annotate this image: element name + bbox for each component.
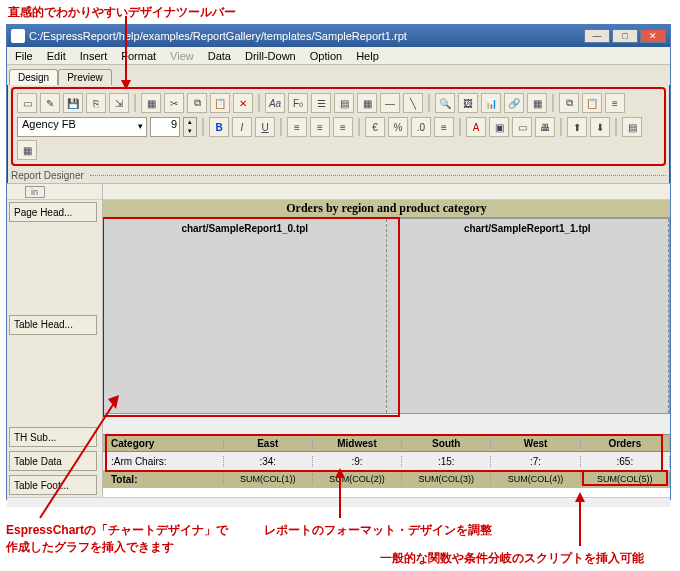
- text-icon[interactable]: Aa: [265, 93, 285, 113]
- cell-west: :7:: [491, 456, 580, 467]
- font-select[interactable]: Agency FB: [17, 117, 147, 137]
- move-up-icon[interactable]: ⬆: [567, 117, 587, 137]
- saveas-icon[interactable]: ⎘: [86, 93, 106, 113]
- copy-icon[interactable]: ⧉: [187, 93, 207, 113]
- open-icon[interactable]: ✎: [40, 93, 60, 113]
- app-window: C:/EspressReport/help/examples/ReportGal…: [6, 24, 671, 500]
- bg-color-icon[interactable]: ▣: [489, 117, 509, 137]
- font-size-input[interactable]: 9: [150, 117, 180, 137]
- col-orders: Orders: [581, 438, 670, 449]
- minimize-button[interactable]: —: [584, 29, 610, 43]
- section-label: Report Designer: [7, 168, 670, 183]
- menu-insert[interactable]: Insert: [74, 49, 114, 63]
- move-down-icon[interactable]: ⬇: [590, 117, 610, 137]
- new-icon[interactable]: ▭: [17, 93, 37, 113]
- canvas[interactable]: Orders by region and product category ch…: [103, 200, 670, 488]
- table-head-button[interactable]: Table Head...: [9, 315, 97, 335]
- align-center-icon[interactable]: ≡: [310, 117, 330, 137]
- percent-icon[interactable]: %: [388, 117, 408, 137]
- sum-2: SUM(COL(2)): [313, 474, 402, 484]
- border-icon[interactable]: ▭: [512, 117, 532, 137]
- sidebar: in Page Head... Table Head... TH Sub... …: [7, 184, 103, 497]
- menu-drilldown[interactable]: Drill-Down: [239, 49, 302, 63]
- menu-help[interactable]: Help: [350, 49, 385, 63]
- list-icon[interactable]: ☰: [311, 93, 331, 113]
- th-sub-button[interactable]: TH Sub...: [9, 427, 97, 447]
- annotation-top: 直感的でわかりやすいデザイナツールバー: [8, 4, 236, 21]
- precision-icon[interactable]: .0: [411, 117, 431, 137]
- menu-format[interactable]: Format: [115, 49, 162, 63]
- export-icon[interactable]: ⇲: [109, 93, 129, 113]
- separator-icon: [615, 118, 617, 136]
- hrule-icon[interactable]: ―: [380, 93, 400, 113]
- size-spinner[interactable]: ▴▾: [183, 117, 197, 137]
- menu-file[interactable]: File: [9, 49, 39, 63]
- col-category: Category: [103, 438, 224, 449]
- cell-category: :Arm Chairs:: [103, 456, 224, 467]
- col-west: West: [491, 438, 580, 449]
- currency-icon[interactable]: €: [365, 117, 385, 137]
- menu-data[interactable]: Data: [202, 49, 237, 63]
- script-icon[interactable]: ≡: [605, 93, 625, 113]
- table-data-row[interactable]: :Arm Chairs: :34: :9: :15: :7: :65:: [103, 452, 670, 470]
- separator-icon: [560, 118, 562, 136]
- bold-icon[interactable]: B: [209, 117, 229, 137]
- window-title: C:/EspressReport/help/examples/ReportGal…: [29, 30, 584, 42]
- align-left-icon[interactable]: ≡: [287, 117, 307, 137]
- image-icon[interactable]: 🖼: [458, 93, 478, 113]
- cut-icon[interactable]: ✂: [164, 93, 184, 113]
- titlebar: C:/EspressReport/help/examples/ReportGal…: [7, 25, 670, 47]
- add-formula-icon[interactable]: ≡: [434, 117, 454, 137]
- statusbar: [7, 497, 670, 507]
- separator-icon: [459, 118, 461, 136]
- separator-icon: [202, 118, 204, 136]
- sum-1: SUM(COL(1)): [224, 474, 313, 484]
- annotation-center: レポートのフォーマット・デザインを調整: [264, 522, 492, 539]
- sum-3: SUM(COL(3)): [402, 474, 491, 484]
- report-title-band[interactable]: Orders by region and product category: [103, 200, 670, 218]
- italic-icon[interactable]: I: [232, 117, 252, 137]
- chart-1[interactable]: chart/SampleReport1_1.tpl: [387, 219, 670, 413]
- link-icon[interactable]: 🔗: [504, 93, 524, 113]
- menu-view[interactable]: View: [164, 49, 200, 63]
- table-data-button[interactable]: Table Data: [9, 451, 97, 471]
- select-icon[interactable]: ▦: [141, 93, 161, 113]
- line-icon[interactable]: ╲: [403, 93, 423, 113]
- tab-design[interactable]: Design: [9, 69, 58, 85]
- menu-edit[interactable]: Edit: [41, 49, 72, 63]
- cell-east: :34:: [224, 456, 313, 467]
- chart-icon[interactable]: 📊: [481, 93, 501, 113]
- menu-option[interactable]: Option: [304, 49, 348, 63]
- align-icon[interactable]: ▦: [357, 93, 377, 113]
- zoom-icon[interactable]: 🔍: [435, 93, 455, 113]
- page-head-button[interactable]: Page Head...: [9, 202, 97, 222]
- chart-0[interactable]: chart/SampleReport1_0.tpl: [104, 219, 387, 413]
- close-button[interactable]: ✕: [640, 29, 666, 43]
- delete-icon[interactable]: ✕: [233, 93, 253, 113]
- grid-icon[interactable]: ▤: [334, 93, 354, 113]
- font-color-icon[interactable]: A: [466, 117, 486, 137]
- formula-icon[interactable]: F₀: [288, 93, 308, 113]
- underline-icon[interactable]: U: [255, 117, 275, 137]
- chart-0-label: chart/SampleReport1_0.tpl: [104, 219, 386, 234]
- table-total-row[interactable]: Total: SUM(COL(1)) SUM(COL(2)) SUM(COL(3…: [103, 470, 670, 488]
- table-foot-button[interactable]: Table Foot...: [9, 475, 97, 495]
- page-setup-icon[interactable]: ▤: [622, 117, 642, 137]
- tab-preview[interactable]: Preview: [58, 69, 112, 85]
- paste-icon[interactable]: 📋: [210, 93, 230, 113]
- chart-1-label: chart/SampleReport1_1.tpl: [387, 219, 669, 234]
- copy2-icon[interactable]: ⧉: [559, 93, 579, 113]
- chart-placeholder-area[interactable]: chart/SampleReport1_0.tpl chart/SampleRe…: [103, 218, 670, 414]
- ruler-horizontal: [103, 184, 670, 200]
- preview-icon[interactable]: ▦: [17, 140, 37, 160]
- sum-5: SUM(COL(5)): [581, 474, 670, 484]
- table-header-row[interactable]: Category East Midwest South West Orders: [103, 434, 670, 452]
- maximize-button[interactable]: □: [612, 29, 638, 43]
- separator-icon: [134, 94, 136, 112]
- align-right-icon[interactable]: ≡: [333, 117, 353, 137]
- paste2-icon[interactable]: 📋: [582, 93, 602, 113]
- save-icon[interactable]: 💾: [63, 93, 83, 113]
- app-icon: [11, 29, 25, 43]
- table-icon[interactable]: ▦: [527, 93, 547, 113]
- print-icon[interactable]: 🖶: [535, 117, 555, 137]
